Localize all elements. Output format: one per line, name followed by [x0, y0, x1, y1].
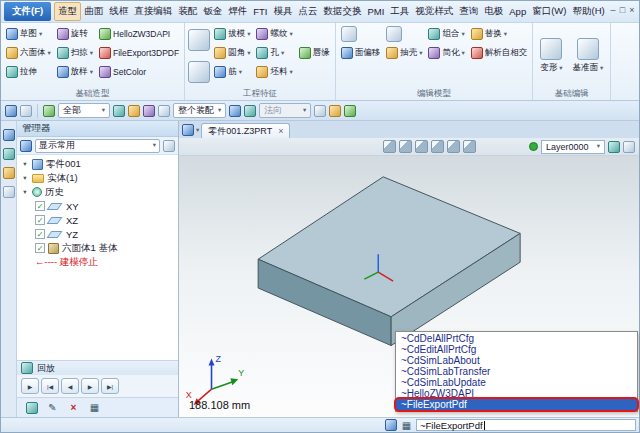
view-back-icon[interactable] — [447, 140, 460, 153]
view-front-icon[interactable] — [399, 140, 412, 153]
replay-to-start-button[interactable] — [41, 378, 59, 394]
tree-item-solids[interactable]: 实体(1) — [17, 171, 178, 185]
loft-button[interactable]: 放样 — [55, 63, 95, 81]
menu-tab-electrode[interactable]: 电极 — [481, 2, 506, 21]
sweep-button[interactable]: 扫掠 — [55, 44, 95, 62]
rib-button[interactable]: 筋 — [212, 63, 252, 81]
replay-to-end-button[interactable] — [101, 378, 119, 394]
tree-item-plane-xy[interactable]: XY — [17, 199, 178, 213]
tree-item-box-feature[interactable]: 六面体1 基体 — [17, 241, 178, 255]
menu-tab-surface[interactable]: 曲面 — [81, 2, 106, 21]
document-tab[interactable]: 零件001.Z3PRT — [201, 123, 290, 138]
expander-icon[interactable] — [21, 160, 29, 168]
tab-close-icon[interactable] — [278, 127, 283, 136]
replay-play-button[interactable] — [21, 378, 39, 394]
autocomplete-item[interactable]: ~CdSimLabTransfer — [396, 366, 637, 377]
menu-tab-inquire[interactable]: 查询 — [456, 2, 481, 21]
menu-tab-mold[interactable]: 模具 — [270, 2, 295, 21]
visibility-checkbox[interactable] — [35, 243, 45, 253]
shell-button[interactable]: 抽壳 — [384, 44, 424, 62]
file-export-3dpdf-button[interactable]: FileExport3DPDF — [97, 44, 181, 62]
autocomplete-item[interactable]: ~CdEditAllPrtCfg — [396, 344, 637, 355]
menu-tab-help[interactable]: 帮助(H) — [569, 2, 607, 21]
model-canvas[interactable]: Z Y X 188.108 mm ~CdDelAllPrtCfg ~CdEdit… — [179, 156, 639, 417]
manager-tab-icon[interactable] — [3, 129, 15, 141]
window-minimize-button[interactable] — [609, 5, 617, 18]
layer-manager-icon[interactable] — [608, 141, 620, 153]
view-left-icon[interactable] — [431, 140, 444, 153]
menu-tab-assembly[interactable]: 装配 — [175, 2, 200, 21]
view-refresh-icon[interactable] — [344, 105, 356, 117]
tree-item-history[interactable]: 历史 — [17, 185, 178, 199]
fillet-button[interactable]: 圆角 — [212, 44, 252, 62]
entity-filter-select[interactable]: 全部 — [58, 103, 110, 118]
tree-item-root[interactable]: 零件001 — [17, 157, 178, 171]
edit-icon[interactable] — [46, 401, 59, 414]
snap-grid-icon[interactable] — [229, 105, 241, 117]
view-settings-icon[interactable] — [623, 141, 635, 153]
visibility-checkbox[interactable] — [35, 229, 45, 239]
thread-button[interactable]: 螺纹 — [254, 25, 294, 43]
datum-plane-button[interactable]: 基准面 — [569, 25, 608, 87]
revolve-button[interactable]: 旋转 — [55, 25, 95, 43]
window-restore-button[interactable] — [618, 5, 626, 18]
autocomplete-item-selected[interactable]: ~FileExportPdf — [396, 399, 637, 410]
tree-item-plane-xz[interactable]: XZ — [17, 213, 178, 227]
sketch-button[interactable]: 草图 — [4, 25, 53, 43]
draft-button[interactable]: 拔模 — [212, 25, 252, 43]
pick-edge-icon[interactable] — [128, 105, 140, 117]
stock-button[interactable]: 坯料 — [254, 63, 294, 81]
tree-options-icon[interactable] — [163, 140, 175, 152]
tree-item-stop-marker[interactable]: ←---- 建模停止 — [17, 255, 178, 269]
entity-filter-icon[interactable] — [43, 105, 55, 117]
hello-zw3dapi-button[interactable]: HelloZW3DAPI — [97, 25, 181, 43]
heal-self-intersection-button[interactable]: 解析自相交 — [469, 44, 530, 62]
table-icon[interactable] — [88, 401, 101, 414]
display-filter-select[interactable]: 显示常用 — [35, 139, 160, 153]
pick-scope-select[interactable]: 整个装配 — [173, 103, 226, 118]
menu-tab-direct-edit[interactable]: 直接编辑 — [131, 2, 175, 21]
menu-tab-window[interactable]: 窗口(W) — [529, 2, 569, 21]
view-top-icon[interactable] — [383, 140, 396, 153]
hole-button[interactable]: 孔 — [254, 44, 294, 62]
layer-tab-icon[interactable] — [3, 167, 15, 179]
fillet-large-icon[interactable] — [188, 29, 210, 51]
shell-large-button[interactable] — [384, 25, 424, 43]
menu-tab-tools[interactable]: 工具 — [387, 2, 412, 21]
extrude-button[interactable]: 拉伸 — [4, 63, 53, 81]
delete-icon[interactable] — [67, 401, 80, 414]
measure-tool-icon[interactable] — [329, 105, 341, 117]
replay-section-header[interactable]: 回放 — [17, 360, 178, 375]
menu-tab-wireframe[interactable]: 线框 — [106, 2, 131, 21]
autocomplete-item[interactable]: ~CdDelAllPrtCfg — [396, 333, 637, 344]
pick-filter-icon[interactable] — [20, 105, 32, 117]
simplify-button[interactable]: 简化 — [426, 44, 466, 62]
pick-face-icon[interactable] — [143, 105, 155, 117]
autocomplete-item[interactable]: ~CdSimLabUpdate — [396, 377, 637, 388]
pick-body-icon[interactable] — [158, 105, 170, 117]
chevron-down-icon[interactable] — [196, 127, 199, 134]
filter-icon[interactable] — [20, 140, 32, 152]
offset-large-button[interactable] — [339, 25, 383, 43]
snap-toggle-icon[interactable] — [314, 105, 326, 117]
file-menu-button[interactable]: 文件(F) — [4, 2, 51, 21]
document-list-icon[interactable] — [182, 124, 194, 136]
tree-item-plane-yz[interactable]: YZ — [17, 227, 178, 241]
replay-step-back-button[interactable] — [61, 378, 79, 394]
box-solid[interactable] — [258, 177, 520, 346]
expander-icon[interactable] — [21, 174, 29, 182]
layer-select[interactable]: Layer0000 — [541, 140, 605, 154]
view-isometric-icon[interactable] — [463, 140, 476, 153]
history-tab-icon[interactable] — [3, 148, 15, 160]
menu-tab-fti[interactable]: FTI — [250, 3, 270, 20]
command-table-icon[interactable] — [400, 419, 413, 432]
menu-tab-shape[interactable]: 造型 — [54, 2, 81, 21]
face-offset-button[interactable]: 面偏移 — [339, 44, 383, 62]
visibility-checkbox[interactable] — [35, 215, 45, 225]
expander-icon[interactable] — [21, 188, 29, 196]
menu-tab-visual-style[interactable]: 视觉样式 — [412, 2, 456, 21]
menu-tab-data-exchange[interactable]: 数据交换 — [320, 2, 364, 21]
view-tab-icon[interactable] — [3, 186, 15, 198]
autocomplete-item[interactable]: ~HelloZW3DAPI — [396, 388, 637, 399]
visibility-checkbox[interactable] — [35, 201, 45, 211]
